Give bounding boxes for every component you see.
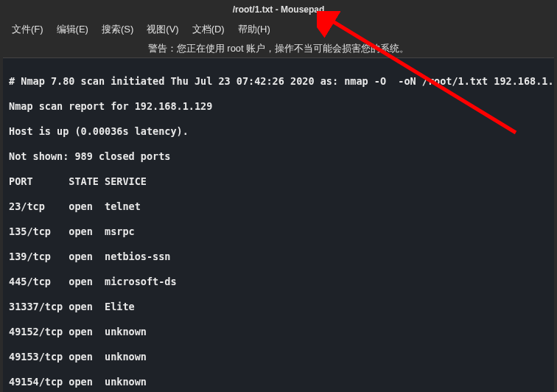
menu-file[interactable]: 文件(F): [7, 20, 48, 39]
editor-line: 23/tcp open telnet: [9, 200, 548, 213]
editor-line: PORT STATE SERVICE: [9, 175, 548, 188]
editor-line: Host is up (0.00036s latency).: [9, 125, 548, 138]
editor-line: Nmap scan report for 192.168.1.129: [9, 100, 548, 113]
editor-line: 135/tcp open msrpc: [9, 225, 548, 238]
menu-view[interactable]: 视图(V): [142, 20, 183, 39]
editor-line: 445/tcp open microsoft-ds: [9, 276, 548, 288]
editor-line: 139/tcp open netbios-ssn: [9, 251, 548, 263]
menu-document[interactable]: 文档(D): [188, 20, 229, 39]
menu-search[interactable]: 搜索(S): [97, 20, 138, 39]
editor-line: 49152/tcp open unknown: [9, 326, 548, 338]
titlebar: /root/1.txt - Mousepad: [0, 0, 557, 19]
editor-line: 49154/tcp open unknown: [9, 376, 548, 388]
editor-line: Not shown: 989 closed ports: [9, 150, 548, 163]
menubar: 文件(F) 编辑(E) 搜索(S) 视图(V) 文档(D) 帮助(H): [0, 19, 557, 40]
menu-edit[interactable]: 编辑(E): [52, 20, 93, 39]
window-title: /root/1.txt - Mousepad: [233, 4, 325, 15]
menu-help[interactable]: 帮助(H): [234, 20, 275, 39]
editor-line: # Nmap 7.80 scan initiated Thu Jul 23 07…: [9, 75, 548, 88]
text-editor-content[interactable]: # Nmap 7.80 scan initiated Thu Jul 23 07…: [3, 57, 554, 392]
editor-line: 49153/tcp open unknown: [9, 351, 548, 363]
root-warning: 警告：您正在使用 root 账户，操作不当可能会损害您的系统。: [0, 40, 557, 57]
editor-line: 31337/tcp open Elite: [9, 301, 548, 313]
